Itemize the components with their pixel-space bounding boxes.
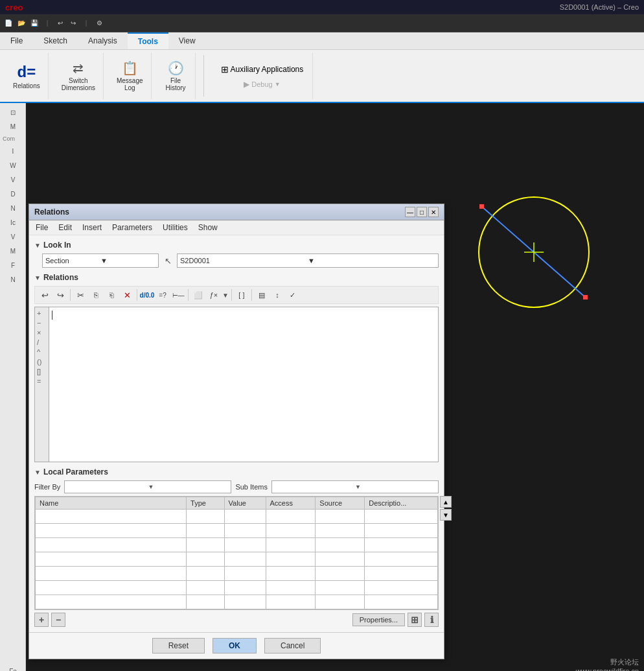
add-param-button[interactable]: + [34,613,49,627]
qa-open[interactable]: 📂 [16,18,27,29]
tab-file[interactable]: File [0,32,33,49]
sidebar-item-fe[interactable]: Fe [1,665,25,671]
sidebar-item-2[interactable]: M [1,120,25,133]
switch-dimensions-button[interactable]: ⇄ SwitchDimensions [59,59,98,93]
relations-text-editor[interactable] [49,307,439,462]
dialog-menu-utilities[interactable]: Utilities [159,222,192,233]
ribbon: File Sketch Analysis Tools View d= Relat… [0,32,644,103]
dimension-button[interactable]: d/0.0 [140,288,154,302]
auxiliary-applications-button[interactable]: ⊞ Auxiliary Applications [217,62,308,77]
relations-dialog[interactable]: Relations — □ ✕ File Edit Insert Paramet… [29,204,444,659]
sidebar-item-n2[interactable]: N [1,273,25,286]
sidebar-item-v[interactable]: V [1,173,25,186]
col-access: Access [266,497,316,510]
sidebar-item-d[interactable]: D [1,187,25,200]
look-in-label: Look In [43,241,71,250]
qa-save[interactable]: 💾 [29,18,40,29]
scroll-down-button[interactable]: ▼ [440,509,452,521]
filter-button[interactable]: ▤ [255,288,269,302]
toolbar-sep-4 [231,289,232,301]
sidebar-item-i[interactable]: I [1,145,25,158]
file-history-icon: 🕐 [168,60,184,76]
row1-name[interactable] [36,510,187,524]
sym-minus[interactable]: − [36,318,47,327]
tab-tools[interactable]: Tools [128,32,168,49]
name-input[interactable] [38,513,183,521]
dialog-menu-edit[interactable]: Edit [54,222,76,233]
qa-undo[interactable]: ↩ [54,18,66,29]
check-button[interactable]: ✓ [286,288,300,302]
sidebar-item-bottom[interactable]: Fe [1,665,24,671]
fx-dropdown[interactable]: ▼ [222,292,229,299]
dialog-close-button[interactable]: ✕ [428,207,439,217]
filter-by-combo[interactable]: ▼ [64,480,231,493]
relations-button[interactable]: d= Relations [10,62,43,91]
paste-button[interactable]: ⎗ [104,288,119,302]
sym-equal[interactable]: = [36,377,47,386]
properties-button[interactable]: Properties... [352,613,405,626]
aux-apps-icon: ⊞ [221,64,229,75]
ok-button[interactable]: OK [213,638,257,653]
sort-button[interactable]: ↕ [270,288,284,302]
section-dropdown[interactable]: Section ▼ [42,253,159,268]
copy-button[interactable]: ⎘ [89,288,103,302]
watermark-line2: www.proewildfire.cn [576,667,639,671]
sub-items-combo[interactable]: ▼ [271,480,439,493]
sym-multiply[interactable]: × [36,328,47,337]
path-dropdown[interactable]: S2D0001 ▼ [177,253,439,268]
debug-button[interactable]: ▶ Debug ▼ [240,78,284,90]
sidebar-item-f[interactable]: F [1,259,25,272]
bracket-button[interactable]: [ ] [235,288,249,302]
sidebar-item-m[interactable]: M [1,244,25,257]
sym-bracket[interactable]: [] [36,367,47,376]
look-in-row: Section ▼ ↖ S2D0001 ▼ [34,253,439,268]
dialog-restore-button[interactable]: □ [417,207,427,217]
dialog-menu-insert[interactable]: Insert [78,222,106,233]
col-source: Source [316,497,365,510]
dialog-body: ▼ Look In Section ▼ ↖ S2D0001 ▼ [29,235,444,632]
sidebar-item-w[interactable]: W [1,159,25,172]
fx-button[interactable]: ƒ× [207,288,221,302]
equals-verify-button[interactable]: =? [155,288,170,302]
sym-paren[interactable]: () [36,357,47,366]
sidebar-item-v2[interactable]: V [1,230,25,243]
debug-dropdown-icon[interactable]: ▼ [275,81,281,88]
qa-new[interactable]: 📄 [3,18,14,29]
sym-power[interactable]: ^ [36,347,47,357]
qa-settings[interactable]: ⚙ [93,18,105,29]
sidebar-item-ic[interactable]: Ic [1,216,25,229]
comment-button[interactable]: ⬜ [191,288,205,302]
dialog-menu-file[interactable]: File [32,222,52,233]
delete-button[interactable]: ✕ [120,288,134,302]
insert-rel-button[interactable]: ⊢— [171,288,185,302]
undo-button[interactable]: ↩ [38,288,52,302]
dialog-menu-parameters[interactable]: Parameters [108,222,156,233]
redo-button[interactable]: ↪ [53,288,67,302]
dialog-minimize-button[interactable]: — [405,207,415,217]
tab-sketch[interactable]: Sketch [33,32,78,49]
file-history-button[interactable]: 🕐 FileHistory [163,59,188,93]
qa-redo[interactable]: ↪ [67,18,79,29]
col-description: Descriptio... [365,497,438,510]
cancel-button[interactable]: Cancel [264,638,321,653]
params-table-head: Name Type Value Access Source Descriptio… [36,497,438,510]
grid-view-button[interactable]: ⊞ [408,613,422,627]
dialog-titlebar[interactable]: Relations — □ ✕ [29,204,444,220]
sidebar-item-1[interactable]: ⊡ [1,106,25,119]
sym-plus[interactable]: + [36,309,47,318]
dialog-menu-show[interactable]: Show [194,222,222,233]
sidebar-item-n[interactable]: N [1,202,25,215]
message-log-button[interactable]: 📋 MessageLog [114,59,146,93]
tab-view[interactable]: View [168,32,206,49]
endpoint-1 [479,204,484,209]
reset-button[interactable]: Reset [152,638,205,653]
window-title: S2D0001 (Active) – Creo [560,3,639,11]
sym-divide[interactable]: / [36,338,47,347]
remove-param-button[interactable]: − [51,613,65,627]
cad-svg [463,181,605,324]
tab-analysis[interactable]: Analysis [78,32,128,49]
ribbon-group-file-history: 🕐 FileHistory [157,53,196,99]
info-button[interactable]: ℹ [424,613,439,627]
scroll-up-button[interactable]: ▲ [440,496,452,508]
cut-button[interactable]: ✂ [73,288,87,302]
